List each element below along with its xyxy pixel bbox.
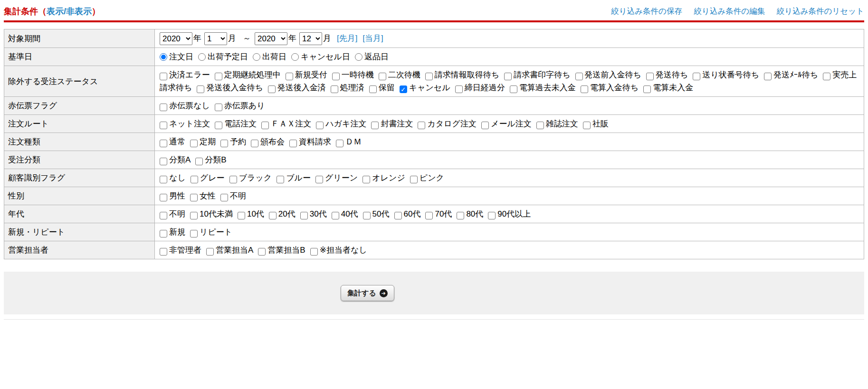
checkbox-icon[interactable]: ✓ [160, 104, 167, 111]
checkbox-option[interactable]: ✓雑誌注文 [536, 119, 578, 128]
checkbox-icon[interactable]: ✓ [379, 73, 386, 80]
checkbox-icon[interactable]: ✓ [190, 194, 198, 201]
checkbox-icon[interactable]: ✓ [215, 122, 222, 129]
checkbox-icon[interactable]: ✓ [190, 140, 198, 147]
checkbox-option[interactable]: ✓予約 [220, 137, 246, 146]
checkbox-icon[interactable]: ✓ [764, 73, 772, 80]
radio-icon[interactable] [355, 53, 362, 61]
checkbox-option[interactable]: ✓30代 [300, 209, 327, 218]
checkbox-option[interactable]: ✓電算過去未入金 [510, 83, 576, 92]
checkbox-icon[interactable]: ✓ [575, 73, 583, 80]
checkbox-icon[interactable]: ✓ [206, 248, 214, 256]
checkbox-option[interactable]: ✓20代 [269, 209, 296, 218]
checkbox-option[interactable]: ✓グリーン [315, 173, 358, 182]
checkbox-option[interactable]: ✓電算未入金 [643, 83, 693, 92]
checkbox-icon[interactable]: ✓ [371, 122, 379, 129]
checkbox-option[interactable]: ✓90代以上 [488, 209, 531, 218]
checkbox-option[interactable]: ✓10代未満 [190, 209, 233, 218]
checkbox-icon[interactable]: ✓ [316, 122, 324, 129]
checkbox-icon[interactable]: ✓ [160, 248, 167, 256]
checkbox-icon[interactable]: ✓ [504, 73, 512, 80]
radio-option[interactable]: 注文日 [160, 52, 193, 61]
checkbox-option[interactable]: ✓営業担当B [258, 246, 305, 255]
checkbox-option[interactable]: ✓60代 [394, 209, 421, 218]
checkbox-icon[interactable]: ✓ [536, 122, 544, 129]
radio-selected-icon[interactable] [160, 53, 167, 61]
checkbox-option[interactable]: ✓通常 [160, 137, 185, 146]
checkbox-option[interactable]: ✓処理済 [331, 83, 364, 92]
checkbox-option[interactable]: ✓オレンジ [362, 173, 405, 182]
current-month-link[interactable]: [当月] [362, 34, 383, 43]
aggregate-button[interactable]: 集計する ➔ [341, 285, 394, 301]
checkbox-option[interactable]: ✓不明 [160, 209, 185, 218]
checkbox-option[interactable]: ✓新規受付 [286, 70, 327, 79]
checkbox-icon[interactable]: ✓ [455, 85, 463, 93]
checkbox-icon[interactable]: ✓ [160, 158, 167, 165]
checkbox-option[interactable]: ✓キャンセル [400, 83, 450, 92]
save-filter-link[interactable]: 絞り込み条件の保存 [611, 7, 682, 15]
checkbox-icon[interactable]: ✓ [215, 73, 222, 80]
radio-option[interactable]: 出荷予定日 [198, 52, 248, 61]
checkbox-option[interactable]: ✓発送待ち [646, 70, 688, 79]
checkbox-option[interactable]: ✓女性 [190, 191, 216, 200]
edit-filter-link[interactable]: 絞り込み条件の編集 [694, 7, 765, 15]
checkbox-icon[interactable]: ✓ [300, 212, 308, 219]
checkbox-option[interactable]: ✓決済エラー [160, 70, 210, 79]
checkbox-icon[interactable]: ✓ [488, 212, 496, 219]
checkbox-option[interactable]: ✓ブルー [277, 173, 311, 182]
checkbox-option[interactable]: ✓※担当者なし [310, 246, 367, 255]
checkbox-option[interactable]: ✓発送後入金済 [268, 83, 326, 92]
checkbox-option[interactable]: ✓なし [160, 173, 186, 182]
checkbox-icon[interactable]: ✓ [215, 104, 222, 111]
end-month-select[interactable]: 12 [299, 32, 322, 45]
checkbox-option[interactable]: ✓請求書印字待ち [504, 70, 570, 79]
checkbox-icon[interactable]: ✓ [160, 122, 167, 129]
checkbox-option[interactable]: ✓送り状番号待ち [693, 70, 759, 79]
checkbox-icon[interactable]: ✓ [160, 194, 167, 201]
checkbox-icon[interactable]: ✓ [277, 176, 284, 183]
end-year-select[interactable]: 2020 [255, 32, 287, 45]
checkbox-option[interactable]: ✓定期 [190, 137, 216, 146]
checkbox-icon[interactable]: ✓ [332, 212, 339, 219]
checkbox-option[interactable]: ✓分類A [160, 155, 191, 164]
radio-icon[interactable] [198, 53, 206, 61]
checkbox-icon[interactable]: ✓ [269, 212, 277, 219]
checkbox-icon[interactable]: ✓ [195, 158, 203, 165]
checkbox-icon[interactable]: ✓ [336, 140, 343, 147]
start-month-select[interactable]: 1 [204, 32, 227, 45]
checkbox-icon[interactable]: ✓ [220, 140, 228, 147]
checkbox-option[interactable]: ✓ピンク [410, 173, 444, 182]
checkbox-option[interactable]: ✓ネット注文 [160, 119, 210, 128]
checkbox-option[interactable]: ✓電話注文 [215, 119, 257, 128]
checkbox-option[interactable]: ✓ＤＭ [336, 137, 362, 146]
checkbox-option[interactable]: ✓不明 [220, 191, 246, 200]
checkbox-icon[interactable]: ✓ [191, 176, 198, 183]
checkbox-option[interactable]: ✓分類B [195, 155, 226, 164]
checkbox-icon[interactable]: ✓ [581, 85, 588, 93]
checkbox-icon[interactable]: ✓ [425, 212, 433, 219]
checkbox-option[interactable]: ✓発送後入金待ち [197, 83, 263, 92]
checkbox-icon[interactable]: ✓ [693, 73, 700, 80]
checkbox-option[interactable]: ✓保留 [369, 83, 395, 92]
show-hide-toggle-link[interactable]: 表示/非表示 [47, 7, 92, 16]
checkbox-icon[interactable]: ✓ [268, 85, 276, 93]
checkbox-icon[interactable]: ✓ [160, 140, 167, 147]
checkbox-icon[interactable]: ✓ [369, 85, 377, 93]
checkbox-option[interactable]: ✓80代 [457, 209, 483, 218]
checkbox-icon[interactable]: ✓ [583, 122, 591, 129]
checkbox-option[interactable]: ✓新規 [160, 228, 185, 237]
checkbox-option[interactable]: ✓頒布会 [251, 137, 285, 146]
checkbox-icon[interactable]: ✓ [510, 85, 517, 93]
checkbox-option[interactable]: ✓電算入金待ち [581, 83, 639, 92]
checkbox-icon[interactable]: ✓ [261, 122, 269, 129]
checkbox-icon[interactable]: ✓ [425, 73, 433, 80]
radio-option[interactable]: 返品日 [355, 52, 389, 61]
checkbox-option[interactable]: ✓カタログ注文 [418, 119, 477, 128]
checkbox-icon[interactable]: ✓ [332, 73, 340, 80]
checkbox-icon[interactable]: ✓ [823, 73, 830, 80]
checkbox-icon[interactable]: ✓ [418, 122, 425, 129]
checkbox-option[interactable]: ✓発送前入金待ち [575, 70, 641, 79]
radio-icon[interactable] [253, 53, 260, 61]
checkbox-option[interactable]: ✓ハガキ注文 [316, 119, 366, 128]
checkbox-icon[interactable]: ✓ [394, 212, 402, 219]
